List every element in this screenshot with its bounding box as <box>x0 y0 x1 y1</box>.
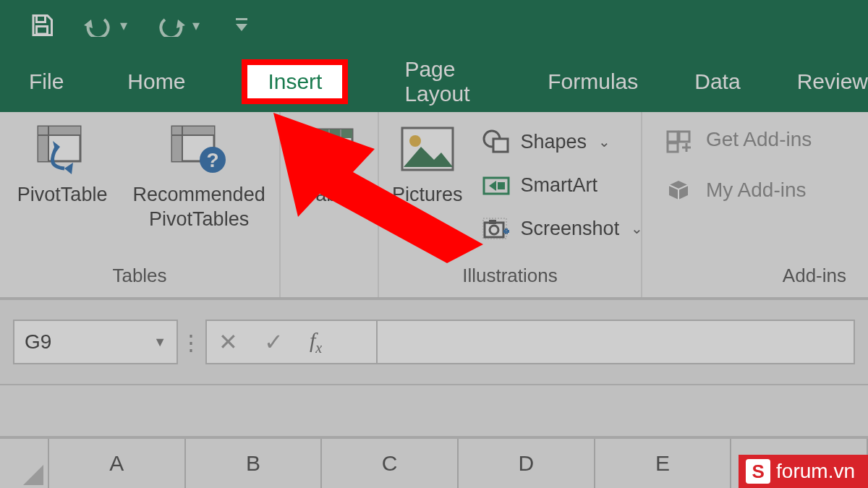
svg-rect-10 <box>172 127 182 161</box>
chevron-down-icon[interactable]: ▾ <box>192 17 200 34</box>
group-addins: Get Add-ins My Add-ins Add-ins <box>642 112 868 297</box>
column-header[interactable]: B <box>186 439 323 488</box>
my-addins-icon <box>663 176 694 205</box>
watermark-icon: S <box>746 459 770 484</box>
get-addins-icon <box>663 125 694 154</box>
get-addins-button[interactable]: Get Add-ins <box>663 125 812 154</box>
my-addins-button[interactable]: My Add-ins <box>663 176 807 205</box>
chevron-down-icon: ⌄ <box>422 213 435 228</box>
column-header[interactable]: E <box>595 439 732 488</box>
table-button[interactable]: Table <box>297 119 361 207</box>
table-icon <box>303 119 355 180</box>
svg-rect-2 <box>236 18 247 20</box>
recommended-pivottables-label: RecommendedPivotTables <box>133 183 265 232</box>
pivottable-button[interactable]: PivotTable <box>12 119 114 207</box>
recommended-pivottables-icon: ? <box>169 119 229 180</box>
chevron-down-icon[interactable]: ▾ <box>120 17 127 34</box>
tab-review[interactable]: Review <box>797 59 868 104</box>
my-addins-label: My Add-ins <box>706 179 807 202</box>
formula-bar: G9 ▼ ⋮ ✕ ✓ fx <box>0 299 868 385</box>
screenshot-icon <box>480 214 512 243</box>
column-headers: A B C D E F <box>0 437 868 488</box>
group-illustrations: Pictures⌄ Shapes ⌄ SmartArt <box>379 112 642 297</box>
column-header[interactable]: D <box>459 439 595 488</box>
spacer <box>0 385 868 437</box>
smartart-label: SmartArt <box>521 174 598 197</box>
svg-rect-30 <box>489 220 496 224</box>
screenshot-button[interactable]: Screenshot ⌄ <box>480 210 644 247</box>
svg-point-24 <box>409 135 421 147</box>
shapes-icon <box>480 127 512 156</box>
fx-icon[interactable]: fx <box>310 328 322 356</box>
pictures-icon <box>399 119 456 180</box>
svg-rect-36 <box>679 132 689 142</box>
group-illustrations-label: Illustrations <box>379 262 641 291</box>
recommended-pivottables-button[interactable]: ? RecommendedPivotTables <box>130 119 268 232</box>
enter-icon[interactable]: ✓ <box>264 328 284 356</box>
drag-handle-icon[interactable]: ⋮ <box>178 330 205 355</box>
table-label: Table <box>306 183 353 207</box>
pivottable-label: PivotTable <box>17 183 108 207</box>
formula-input[interactable] <box>378 320 855 364</box>
redo-icon[interactable]: ▾ <box>155 14 200 37</box>
watermark: S forum.vn <box>739 455 868 488</box>
pivottable-icon <box>35 119 89 180</box>
formula-controls: ✕ ✓ fx <box>205 320 378 364</box>
get-addins-label: Get Add-ins <box>706 128 812 151</box>
tab-insert[interactable]: Insert <box>242 59 348 104</box>
column-header[interactable]: C <box>322 439 459 488</box>
tab-page-layout[interactable]: Page Layout <box>404 59 491 104</box>
group-addins-label: Add-ins <box>642 262 868 291</box>
name-box[interactable]: G9 ▼ <box>13 320 178 364</box>
tab-data[interactable]: Data <box>694 59 740 104</box>
chevron-down-icon[interactable]: ▼ <box>153 335 166 350</box>
name-box-value: G9 <box>25 330 51 354</box>
smartart-icon <box>480 171 512 200</box>
svg-rect-26 <box>493 139 508 152</box>
svg-rect-5 <box>38 127 48 161</box>
pictures-button[interactable]: Pictures⌄ <box>386 119 469 232</box>
group-tables-label: Tables <box>0 262 279 291</box>
smartart-button[interactable]: SmartArt <box>480 167 644 203</box>
shapes-button[interactable]: Shapes ⌄ <box>480 124 644 160</box>
ribbon-insert: PivotTable ? RecommendedPivotTables <box>0 112 868 299</box>
cancel-icon[interactable]: ✕ <box>218 328 238 356</box>
svg-rect-37 <box>668 143 678 152</box>
tab-file[interactable]: File <box>29 59 64 104</box>
ribbon-tabs: File Home Insert Page Layout Formulas Da… <box>0 51 868 112</box>
select-all-corner[interactable] <box>0 439 49 488</box>
group-table-single: Table <box>281 112 379 297</box>
watermark-text: forum.vn <box>776 460 855 483</box>
customize-qat-icon[interactable] <box>234 17 249 34</box>
column-header[interactable]: A <box>49 439 186 488</box>
pictures-label: Pictures⌄ <box>392 183 463 232</box>
shapes-label: Shapes <box>521 131 587 153</box>
svg-rect-28 <box>498 182 505 189</box>
svg-rect-35 <box>668 132 678 142</box>
undo-icon[interactable]: ▾ <box>82 14 127 37</box>
chevron-down-icon: ⌄ <box>598 133 610 150</box>
screenshot-label: Screenshot <box>521 218 620 240</box>
chevron-down-icon: ⌄ <box>631 220 643 237</box>
group-tables: PivotTable ? RecommendedPivotTables <box>0 112 281 297</box>
tab-formulas[interactable]: Formulas <box>548 59 638 104</box>
save-icon[interactable] <box>29 12 55 38</box>
quick-access-toolbar: ▾ ▾ <box>0 0 868 51</box>
tab-home[interactable]: Home <box>127 59 185 104</box>
svg-text:?: ? <box>207 149 219 171</box>
